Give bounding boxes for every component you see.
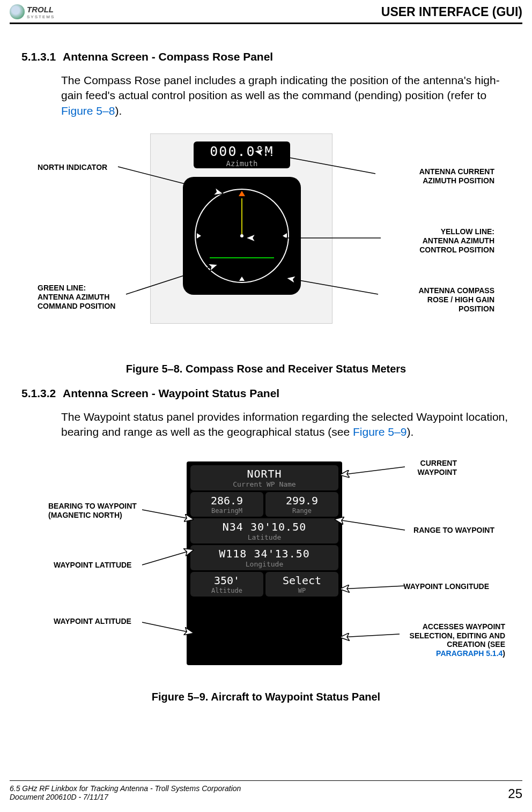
bearing-cell: 286.9 BearingM bbox=[190, 492, 263, 517]
waypoint-name: NORTH bbox=[190, 467, 338, 480]
arrow-icon bbox=[142, 550, 196, 569]
waypoint-panel-screenshot: NORTH Current WP Name 286.9 BearingM 299… bbox=[187, 461, 342, 665]
range-value: 299.9 bbox=[265, 494, 338, 507]
callout-compass-rose: ANTENNA COMPASS ROSE / HIGH GAIN POSITIO… bbox=[418, 286, 494, 313]
callout-yellow: YELLOW LINE: ANTENNA AZIMUTH CONTROL POS… bbox=[419, 227, 494, 254]
footer-docid: Document 200610D - 7/11/17 bbox=[10, 793, 241, 801]
svg-line-10 bbox=[341, 586, 405, 589]
arrow-icon bbox=[118, 167, 225, 199]
longitude-row: W118 34'13.50 Longitude bbox=[190, 545, 338, 570]
svg-line-5 bbox=[142, 510, 193, 519]
callout-latitude: WAYPOINT LATITUDE bbox=[54, 561, 131, 570]
latitude-value: N34 30'10.50 bbox=[190, 520, 338, 533]
page-footer: 6.5 GHz RF Linkbox for Tracking Antenna … bbox=[10, 780, 522, 801]
callout-select: ACCESSES WAYPOINT SELECTION, EDITING AND… bbox=[410, 622, 505, 658]
yellow-control-line bbox=[241, 198, 242, 236]
svg-line-1 bbox=[126, 265, 217, 294]
page-number: 25 bbox=[508, 786, 522, 801]
arrow-icon bbox=[332, 519, 408, 533]
svg-line-7 bbox=[142, 622, 193, 633]
altitude-cell: 350' Altitude bbox=[190, 572, 263, 597]
figure-caption: Figure 5–9. Aircraft to Waypoint Status … bbox=[21, 691, 511, 703]
arrow-icon bbox=[284, 278, 381, 300]
west-tick-icon bbox=[197, 233, 201, 239]
figure-5-9: NORTH Current WP Name 286.9 BearingM 299… bbox=[21, 456, 511, 687]
page-header: TROLL SYSTEMS USER INTERFACE (GUI) bbox=[10, 4, 522, 24]
altitude-value: 350' bbox=[190, 574, 263, 587]
section-body: The Compass Rose panel includes a graph … bbox=[61, 73, 511, 118]
svg-line-11 bbox=[341, 634, 400, 637]
latitude-label: Latitude bbox=[190, 533, 338, 541]
figure-caption: Figure 5–8. Compass Rose and Receiver St… bbox=[21, 363, 511, 375]
logo-swirl-icon bbox=[10, 4, 25, 19]
section-number: 5.1.3.1 bbox=[21, 50, 60, 63]
svg-line-9 bbox=[335, 519, 405, 530]
north-indicator-icon bbox=[239, 191, 245, 196]
arrow-icon bbox=[244, 233, 383, 243]
bearing-value: 286.9 bbox=[190, 494, 263, 507]
arrow-icon bbox=[142, 510, 196, 523]
longitude-label: Longitude bbox=[190, 560, 338, 568]
fig-xref[interactable]: Figure 5–9 bbox=[353, 426, 407, 438]
section-heading: 5.1.3.1 Antenna Screen - Compass Rose Pa… bbox=[21, 50, 511, 63]
arrow-icon bbox=[338, 467, 408, 478]
callout-north: NORTH INDICATOR bbox=[38, 163, 107, 172]
svg-line-6 bbox=[142, 550, 193, 565]
longitude-value: W118 34'13.50 bbox=[190, 547, 338, 560]
arrow-icon bbox=[142, 622, 196, 636]
south-tick-icon bbox=[239, 277, 245, 281]
svg-line-8 bbox=[341, 467, 405, 475]
svg-line-4 bbox=[287, 278, 378, 294]
callout-current-azimuth: ANTENNA CURRENT AZIMUTH POSITION bbox=[419, 167, 494, 185]
arrow-icon bbox=[338, 633, 402, 641]
footer-title: 6.5 GHz RF Linkbox for Tracking Antenna … bbox=[10, 784, 241, 793]
logo-text: TROLL bbox=[27, 5, 54, 14]
green-command-line bbox=[210, 257, 274, 258]
arrow-icon bbox=[252, 151, 381, 178]
callout-current-wp: CURRENT WAYPOINT bbox=[418, 459, 457, 477]
paragraph-xref[interactable]: PARAGRAPH 5.1.4 bbox=[436, 649, 503, 658]
section-title: Antenna Screen - Compass Rose Panel bbox=[63, 50, 273, 63]
callout-altitude: WAYPOINT ALTITUDE bbox=[54, 617, 131, 626]
center-dot-icon bbox=[240, 234, 243, 237]
page-title: USER INTERFACE (GUI) bbox=[381, 5, 522, 19]
latitude-row: N34 30'10.50 Latitude bbox=[190, 518, 338, 543]
callout-green: GREEN LINE: ANTENNA AZIMUTH COMMAND POSI… bbox=[38, 284, 115, 310]
section-number: 5.1.3.2 bbox=[21, 387, 60, 400]
logo-subtext: SYSTEMS bbox=[27, 14, 55, 19]
svg-line-2 bbox=[255, 151, 375, 174]
bearing-label: BearingM bbox=[190, 507, 263, 515]
fig-xref[interactable]: Figure 5–8 bbox=[61, 105, 115, 117]
waypoint-name-row: NORTH Current WP Name bbox=[190, 465, 338, 490]
callout-bearing: BEARING TO WAYPOINT (MAGNETIC NORTH) bbox=[48, 502, 137, 520]
svg-line-0 bbox=[118, 167, 223, 193]
altitude-label: Altitude bbox=[190, 587, 263, 594]
arrow-icon bbox=[126, 265, 223, 297]
range-cell: 299.9 Range bbox=[265, 492, 338, 517]
waypoint-name-label: Current WP Name bbox=[190, 480, 338, 488]
select-wp-button[interactable]: Select WP bbox=[265, 572, 338, 597]
logo: TROLL SYSTEMS bbox=[10, 4, 55, 19]
callout-range: RANGE TO WAYPOINT bbox=[413, 526, 494, 535]
section-body: The Waypoint status panel provides infor… bbox=[61, 409, 511, 440]
select-sublabel: WP bbox=[265, 587, 338, 594]
arrow-icon bbox=[338, 585, 408, 593]
callout-longitude: WAYPOINT LONGITUDE bbox=[403, 582, 489, 591]
section-heading: 5.1.3.2 Antenna Screen - Waypoint Status… bbox=[21, 387, 511, 400]
range-label: Range bbox=[265, 507, 338, 515]
section-title: Antenna Screen - Waypoint Status Panel bbox=[63, 387, 279, 399]
select-label: Select bbox=[265, 574, 338, 587]
figure-5-8: 000.0°M Azimuth NORTH INDICATOR GREEN LI… bbox=[21, 133, 511, 359]
